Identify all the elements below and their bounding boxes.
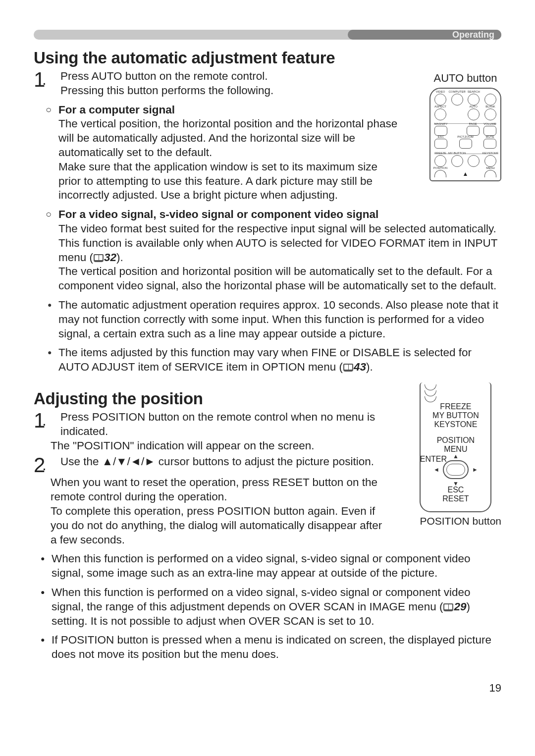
half-button <box>425 396 436 402</box>
ref-43: 43 <box>354 361 366 373</box>
section-tab: Operating <box>348 30 501 40</box>
remote-magnify-down <box>434 139 447 149</box>
step1-line1: Press AUTO button on the remote control. <box>60 69 402 84</box>
book-icon <box>94 254 104 262</box>
remote-magnify-up <box>434 126 447 136</box>
arrow-left-icon: ◄ <box>433 466 439 473</box>
pos-note-1: ● When this function is performed on a v… <box>34 552 501 581</box>
pos-note-1-text: When this function is performed on a vid… <box>52 552 470 579</box>
step-number-2b: 2. <box>34 455 60 476</box>
auto-button-label: AUTO button <box>429 72 501 85</box>
remote-volume-up <box>483 126 496 136</box>
step1-line2: Pressing this button performs the follow… <box>60 84 402 98</box>
remote-freeze-button <box>434 155 446 167</box>
computer-signal-body: The vertical position, the horizontal po… <box>58 117 397 201</box>
step1b-b: The "POSITION" indication will appear on… <box>51 439 314 452</box>
remote-mybutton-2 <box>468 155 480 167</box>
note-adjust-time: The automatic adjustment operation requi… <box>34 298 501 341</box>
video-signal-block: For a video signal, s-video signal or co… <box>34 208 501 293</box>
remote-video-button <box>434 94 446 106</box>
pos-note-2a: When this function is performed on a vid… <box>52 586 470 613</box>
half-button <box>425 390 436 396</box>
video-signal-body-2: ). The vertical position and horizontal … <box>58 251 496 292</box>
remote-enter-button <box>443 460 469 479</box>
book-icon <box>443 603 453 611</box>
position-button-label: POSITION button <box>420 515 501 527</box>
section-title-auto-adjust: Using the automatic adjustment feature <box>34 49 501 67</box>
header-bar: Operating <box>34 30 501 40</box>
arrow-right-icon: ► <box>472 466 478 473</box>
arrow-up-icon: ▲ <box>453 453 459 460</box>
video-signal-head: For a video signal, s-video signal or co… <box>58 208 378 220</box>
remote-page-up <box>467 126 480 136</box>
computer-signal-head: For a computer signal <box>58 104 175 116</box>
remote-power-button <box>484 94 496 106</box>
remote-blank-button <box>484 108 496 120</box>
remote-aspect-button <box>434 108 446 120</box>
page-number: 19 <box>34 682 501 695</box>
note-fine-disable: The items adjusted by this function may … <box>34 346 501 375</box>
half-button <box>425 384 436 390</box>
ref-29: 29 <box>454 600 466 613</box>
step-number-1b: 1. <box>34 410 60 439</box>
pos-note-2: ● When this function is performed on a v… <box>34 586 501 628</box>
remote-position-button <box>434 170 446 177</box>
remote-auto-button <box>468 108 480 120</box>
computer-signal-block: For a computer signal The vertical posit… <box>34 103 400 203</box>
arrow-down-icon: ▼ <box>453 480 459 487</box>
book-icon <box>343 364 353 372</box>
video-ref: 32 <box>104 251 116 264</box>
pos-note-3: ● If POSITION button is pressed when a m… <box>34 633 501 662</box>
remote-page-down <box>459 139 472 149</box>
remote-volume-down <box>483 139 496 149</box>
section-tab-label: Operating <box>452 30 494 40</box>
step2b-a: Use the ▲/▼/◄/► cursor buttons to adjust… <box>60 455 395 469</box>
remote-search-button <box>468 94 480 106</box>
remote-illustration-position: FREEZE MY BUTTON KEYSTONE POSITION MENU … <box>420 382 501 527</box>
video-signal-body-1: The video format best suited for the res… <box>58 222 497 264</box>
step-number-1: 1. <box>34 69 60 98</box>
step1b-a: Press POSITION button on the remote cont… <box>60 410 395 439</box>
remote-mybutton-1 <box>451 155 463 167</box>
remote-illustration-auto: AUTO button VIDEO COMPUTER SEARCH ASPECT… <box>429 72 501 181</box>
note-adjust-time-text: The automatic adjustment operation requi… <box>58 299 498 340</box>
step2b-b: When you want to reset the operation, pr… <box>51 476 382 545</box>
remote-dpad: ENTER ▲ ▼ ◄ ► <box>433 455 478 485</box>
pos-note-3-text: If POSITION button is pressed when a men… <box>52 634 491 660</box>
remote-computer-button <box>451 94 463 106</box>
remote-keystone-button <box>484 155 496 167</box>
note-fine-disable-b: ). <box>366 361 373 373</box>
note-fine-disable-a: The items adjusted by this function may … <box>58 346 472 373</box>
remote-menu-button <box>484 170 496 177</box>
